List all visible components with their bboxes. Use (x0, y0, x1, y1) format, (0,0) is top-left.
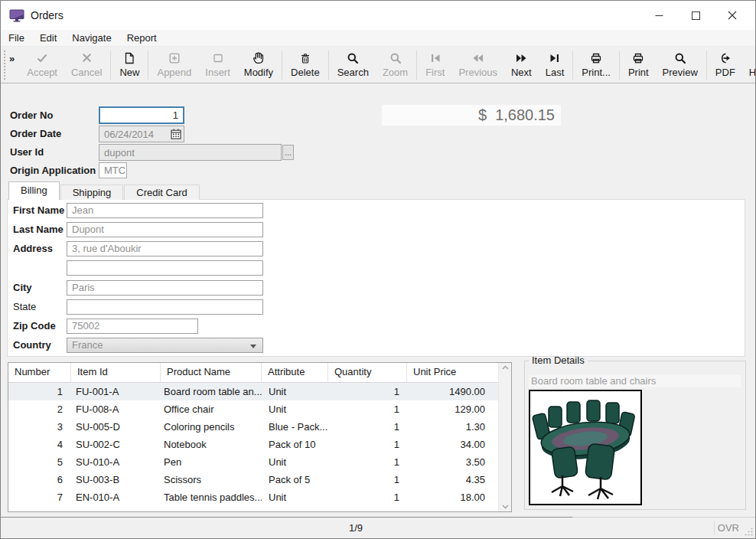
cell-unit-price: 34.00 (407, 436, 498, 453)
toolbar-button-delete[interactable]: Delete (284, 50, 327, 80)
printer-icon (590, 51, 602, 64)
first-name-label: First Name (13, 203, 64, 218)
cell-item-id: SU-003-B (71, 471, 161, 488)
table-header-row: Number Item Id Product Name Attribute Qu… (8, 363, 498, 383)
table-row[interactable]: 5 SU-010-A Pen Unit 1 3.50 (8, 453, 498, 471)
cell-item-id: SU-002-C (71, 436, 161, 453)
toolbar-button-new[interactable]: New (112, 50, 146, 80)
user-id-label: User Id (10, 144, 44, 161)
toolbar-separator (282, 51, 282, 80)
zip-code-input[interactable]: 75002 (67, 318, 198, 334)
table-row[interactable]: 3 SU-005-D Coloring pencils Blue - Pack.… (8, 418, 498, 436)
column-header-unit-price[interactable]: Unit Price (407, 363, 498, 382)
toolbar-button-print[interactable]: Print (621, 50, 656, 80)
chevron-down-icon (250, 345, 256, 348)
toolbar-button-label: Preview (663, 67, 698, 78)
cell-item-id: EN-010-A (71, 488, 161, 506)
scroll-down-icon[interactable] (502, 505, 509, 509)
tab-shipping[interactable]: Shipping (60, 185, 124, 200)
cell-product: Notebook (161, 436, 262, 453)
scroll-up-icon[interactable] (502, 365, 509, 370)
state-input[interactable] (67, 299, 263, 315)
record-position: 1/9 (349, 522, 363, 534)
cell-product: Scissors (161, 471, 262, 488)
maximize-icon (692, 11, 700, 20)
toolbar-button-html[interactable]: HTML (742, 50, 756, 80)
column-header-item-id[interactable]: Item Id (71, 363, 161, 382)
user-id-input[interactable]: dupont (99, 144, 282, 161)
toolbar-button-search[interactable]: Search (331, 50, 376, 80)
menu-item-report[interactable]: Report (119, 31, 165, 45)
country-select[interactable]: France (67, 338, 263, 353)
toolbar-button-print[interactable]: Print... (575, 50, 618, 80)
menu-item-file[interactable]: File (1, 31, 32, 45)
close-button[interactable] (714, 1, 751, 30)
table-row[interactable]: 6 SU-003-B Scissors Pack of 5 1 4.35 (8, 471, 498, 488)
toolbar-button-insert: Insert (198, 50, 237, 80)
cell-attribute: Unit (262, 383, 328, 400)
cross-icon (81, 51, 93, 64)
toolbar-button-label: Next (511, 67, 532, 78)
origin-application-input[interactable]: MTC (99, 162, 127, 178)
check-icon (36, 51, 48, 64)
order-no-label: Order No (10, 107, 53, 124)
last-name-input[interactable]: Dupont (67, 222, 263, 237)
order-date-input[interactable]: 06/24/2014 (99, 126, 184, 142)
toolbar-button-next[interactable]: Next (504, 50, 539, 80)
cell-attribute: Pack of 5 (262, 471, 328, 488)
country-value: France (72, 339, 103, 351)
toolbar-separator (416, 51, 417, 80)
order-date-value: 06/24/2014 (104, 129, 154, 140)
toolbar-button-accept: Accept (20, 50, 64, 80)
cell-quantity: 1 (328, 436, 407, 453)
city-input[interactable]: Paris (67, 280, 263, 296)
country-label: Country (13, 338, 51, 353)
toolbar-button-last[interactable]: Last (539, 50, 572, 80)
cell-product: Coloring pencils (161, 418, 262, 436)
first-name-input[interactable]: Jean (67, 203, 263, 218)
user-id-browse-button[interactable]: ... (282, 145, 294, 160)
app-monitor-icon (9, 9, 24, 22)
cell-unit-price: 4.35 (407, 471, 498, 488)
cell-quantity: 1 (328, 488, 407, 506)
table-scrollbar[interactable] (498, 363, 511, 511)
column-header-quantity[interactable]: Quantity (328, 363, 407, 382)
tab-credit-card[interactable]: Credit Card (124, 185, 199, 200)
toolbar-button-pdf[interactable]: PDF (709, 50, 742, 80)
table-row[interactable]: 2 FU-008-A Office chair Unit 1 129.00 (8, 400, 498, 418)
resize-grip[interactable] (745, 528, 753, 536)
item-details-group: Item Details Board room table and chairs (524, 361, 746, 510)
cell-number: 3 (8, 418, 71, 436)
column-header-attribute[interactable]: Attribute (262, 363, 328, 382)
calendar-icon[interactable] (171, 129, 181, 139)
cell-unit-price: 129.00 (407, 400, 498, 418)
maximize-button[interactable] (677, 1, 714, 30)
tab-strip: Billing Shipping Credit Card (8, 182, 200, 200)
orders-window: Orders File Edit Navigate Report » (0, 0, 756, 539)
menu-item-edit[interactable]: Edit (32, 31, 64, 45)
state-label: State (13, 299, 36, 315)
address-line1-input[interactable]: 3, rue d'Aboukir (67, 241, 263, 256)
toolbar-overflow-chevron[interactable]: » (9, 53, 15, 64)
menu-item-navigate[interactable]: Navigate (64, 31, 119, 45)
minimize-button[interactable] (640, 1, 677, 30)
table-row[interactable]: 4 SU-002-C Notebook Pack of 10 1 34.00 (8, 436, 498, 453)
table-row[interactable]: 1 FU-001-A Board room table an... Unit 1… (8, 383, 498, 400)
toolbar-separator (572, 51, 573, 80)
tab-billing[interactable]: Billing (8, 181, 60, 200)
address-line2-input[interactable] (67, 260, 263, 276)
toolbar-button-preview[interactable]: Preview (656, 50, 705, 80)
toolbar-grip-handle[interactable] (4, 51, 5, 80)
cell-quantity: 1 (328, 471, 407, 488)
minimize-icon (655, 11, 663, 20)
board-room-table-image (530, 391, 640, 504)
toolbar-button-label: Search (337, 67, 369, 78)
cell-number: 1 (8, 383, 71, 400)
cell-attribute: Unit (262, 400, 328, 418)
column-header-number[interactable]: Number (8, 363, 71, 382)
column-header-product-name[interactable]: Product Name (161, 363, 262, 382)
order-no-input[interactable]: 1 (99, 106, 184, 124)
toolbar-button-modify[interactable]: Modify (237, 50, 280, 80)
table-row[interactable]: 7 EN-010-A Table tennis paddles... Unit … (8, 488, 498, 506)
title-bar: Orders (1, 1, 755, 30)
